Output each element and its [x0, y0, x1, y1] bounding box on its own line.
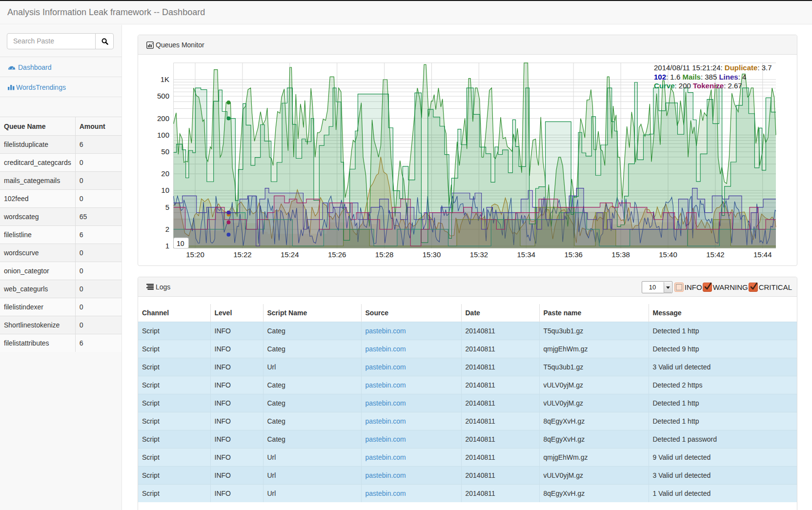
svg-text:15:34: 15:34	[517, 250, 536, 259]
svg-text:1: 1	[165, 242, 169, 250]
svg-text:15:32: 15:32	[470, 250, 488, 259]
svg-text:15:42: 15:42	[706, 250, 725, 259]
svg-text:15:38: 15:38	[611, 250, 630, 259]
svg-text:2: 2	[165, 225, 169, 233]
svg-text:15:28: 15:28	[375, 250, 394, 259]
svg-text:5: 5	[165, 203, 169, 211]
svg-text:15:22: 15:22	[233, 250, 252, 259]
svg-text:100: 100	[157, 131, 169, 139]
svg-text:15:30: 15:30	[423, 250, 441, 259]
svg-text:1K: 1K	[161, 75, 169, 83]
svg-text:10: 10	[161, 186, 169, 194]
svg-text:50: 50	[161, 147, 169, 156]
svg-text:15:40: 15:40	[659, 250, 677, 259]
svg-text:15:44: 15:44	[753, 250, 772, 259]
svg-text:15:20: 15:20	[186, 250, 204, 259]
svg-text:500: 500	[157, 92, 169, 100]
svg-text:15:36: 15:36	[564, 250, 583, 259]
svg-text:15:26: 15:26	[328, 250, 346, 259]
svg-text:20: 20	[161, 169, 169, 178]
svg-text:10: 10	[177, 240, 184, 247]
svg-text:15:24: 15:24	[281, 250, 299, 259]
svg-text:200: 200	[157, 114, 169, 122]
